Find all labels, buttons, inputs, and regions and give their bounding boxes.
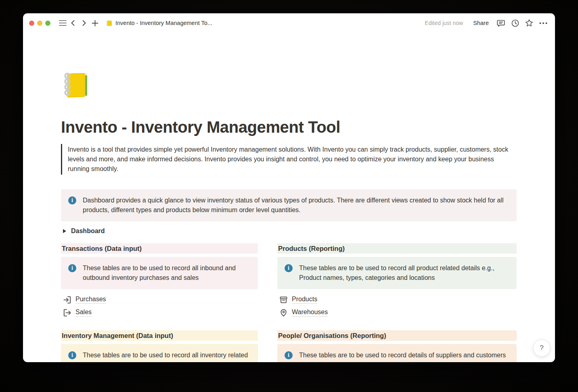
zoom-button[interactable]: [45, 21, 50, 26]
intro-quote: Invento is a tool that provides simple y…: [61, 144, 517, 175]
section-links: Products Warehouses: [277, 293, 517, 319]
dashboard-callout: i Dashboard provides a quick glance to v…: [61, 189, 517, 221]
close-button[interactable]: [29, 21, 34, 26]
ledger-notebook-icon: [106, 20, 113, 27]
link-label[interactable]: Purchases: [75, 296, 106, 304]
section-heading: Inventory Management (Data input): [61, 330, 258, 341]
sidebar-menu-icon[interactable]: [57, 18, 68, 28]
enter-door-icon: [63, 296, 71, 304]
sections-row-2: Inventory Management (Data input) i Thes…: [61, 330, 517, 362]
minimize-button[interactable]: [37, 21, 42, 26]
info-icon: i: [285, 351, 293, 359]
page-tab-title: Invento - Inventory Management To...: [115, 20, 212, 26]
back-icon[interactable]: [68, 18, 78, 28]
titlebar: Invento - Inventory Management To... Edi…: [23, 13, 555, 33]
location-pin-icon: [280, 309, 287, 317]
section-callout-text: These tables are to be used to record al…: [83, 350, 251, 362]
info-icon: i: [68, 351, 76, 359]
section-callout-text: These tables are to be used to record al…: [299, 263, 510, 283]
sections-row-1: Transactions (Data input) i These tables…: [61, 243, 517, 319]
section-callout-text: These tables are to be used to record de…: [299, 350, 506, 360]
link-products[interactable]: Products: [277, 293, 517, 306]
titlebar-actions: Edited just now Share: [425, 18, 549, 28]
info-icon: i: [68, 196, 76, 204]
section-people-organisations: People/ Organisations (Reporting) i Thes…: [277, 330, 517, 362]
more-ellipsis-icon[interactable]: [538, 18, 549, 28]
link-sales[interactable]: Sales: [61, 306, 258, 319]
section-callout: i These tables are to be used to record …: [61, 344, 258, 362]
forward-icon[interactable]: [79, 18, 89, 28]
archive-box-icon: [280, 296, 287, 304]
section-inventory-management: Inventory Management (Data input) i Thes…: [61, 330, 258, 362]
help-button[interactable]: ?: [533, 340, 550, 357]
section-links: Purchases Sales: [61, 293, 258, 319]
dashboard-toggle-label: Dashboard: [71, 227, 105, 235]
section-callout-text: These tables are to be used to record al…: [83, 263, 251, 283]
link-label[interactable]: Warehouses: [292, 309, 328, 317]
section-heading: Products (Reporting): [277, 243, 517, 254]
traffic-lights: [29, 21, 50, 26]
ledger-notebook-icon: [61, 71, 92, 99]
page-content: Invento - Inventory Management Tool Inve…: [23, 33, 555, 362]
info-icon: i: [285, 264, 293, 272]
section-callout: i These tables are to be used to record …: [277, 257, 517, 289]
section-heading: Transactions (Data input): [61, 243, 258, 254]
new-tab-icon[interactable]: [90, 18, 100, 28]
notion-app-window: Invento - Inventory Management To... Edi…: [23, 13, 555, 362]
section-callout: i These tables are to be used to record …: [277, 344, 517, 362]
comments-icon[interactable]: [496, 18, 506, 28]
nav-buttons: [68, 18, 100, 28]
dashboard-callout-text: Dashboard provides a quick glance to vie…: [83, 196, 510, 215]
edited-status: Edited just now: [425, 20, 463, 26]
page-title: Invento - Inventory Management Tool: [61, 117, 517, 137]
section-heading: People/ Organisations (Reporting): [277, 330, 517, 341]
link-label[interactable]: Products: [292, 296, 317, 304]
history-icon[interactable]: [510, 18, 520, 28]
link-purchases[interactable]: Purchases: [61, 293, 258, 306]
section-transactions: Transactions (Data input) i These tables…: [61, 243, 258, 319]
share-button[interactable]: Share: [470, 18, 492, 28]
toggle-triangle-icon[interactable]: [63, 229, 66, 233]
page-emoji-icon[interactable]: [61, 71, 92, 99]
favorite-star-icon[interactable]: [524, 18, 534, 28]
section-products: Products (Reporting) i These tables are …: [277, 243, 517, 319]
link-label[interactable]: Sales: [75, 309, 92, 317]
dashboard-toggle[interactable]: Dashboard: [61, 226, 517, 236]
current-page-tab[interactable]: Invento - Inventory Management To...: [106, 20, 212, 27]
link-warehouses[interactable]: Warehouses: [277, 306, 517, 319]
info-icon: i: [68, 264, 76, 272]
exit-door-icon: [63, 309, 71, 317]
section-callout: i These tables are to be used to record …: [61, 257, 258, 289]
